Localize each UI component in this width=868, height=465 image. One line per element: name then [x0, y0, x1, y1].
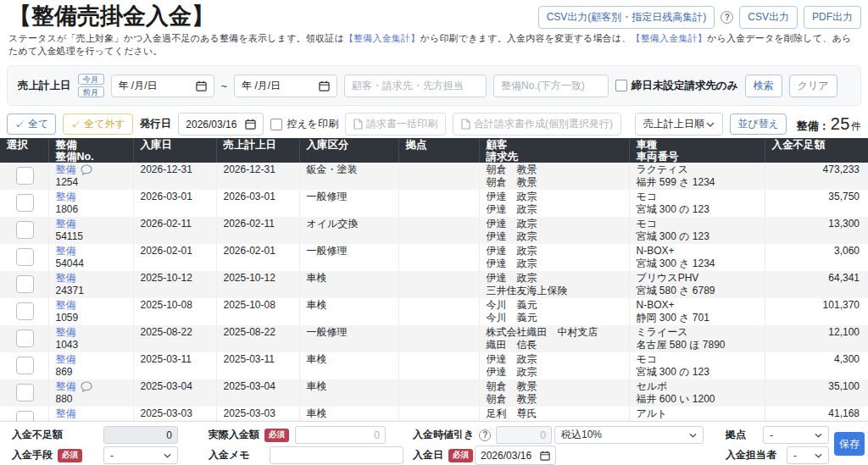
- calendar-icon: [245, 119, 256, 130]
- billing-name: 織田 信長: [487, 339, 622, 352]
- row-checkbox[interactable]: [16, 167, 34, 185]
- seibi-link[interactable]: 整備: [56, 272, 76, 285]
- actual-amount-input[interactable]: [295, 426, 386, 444]
- customer-name: 伊達 政宗: [487, 218, 622, 230]
- calendar-icon: [319, 80, 330, 91]
- billing-name: 朝倉 教景: [487, 176, 622, 189]
- issue-date-input[interactable]: 2026/03/16: [178, 113, 264, 136]
- column-header: 売上計上日: [216, 138, 299, 163]
- base: [398, 217, 479, 244]
- row-checkbox[interactable]: [16, 357, 34, 374]
- in-date: 2026-12-31: [133, 163, 216, 190]
- csv-export-button[interactable]: CSV出力: [739, 6, 798, 29]
- sales-date: 2026-03-01: [216, 190, 299, 217]
- memo-input[interactable]: [270, 446, 403, 464]
- billing-name: 朝倉 教景: [487, 393, 622, 406]
- in-date: 2025-10-08: [133, 298, 216, 325]
- category: 一般修理: [299, 190, 398, 217]
- customer-name: 足利 尊氏: [487, 407, 622, 420]
- row-checkbox[interactable]: [16, 275, 34, 293]
- seibi-link[interactable]: 整備: [56, 380, 76, 393]
- seibi-link[interactable]: 整備: [56, 407, 76, 420]
- table-row: 整備 24371 2025-10-12 2025-10-12 車検 伊達 政宗 …: [0, 271, 868, 298]
- comment-icon: [81, 164, 92, 175]
- deselect-all-button[interactable]: ✓全て外す: [63, 113, 133, 135]
- row-checkbox[interactable]: [16, 329, 34, 347]
- this-month-button[interactable]: 今月: [78, 74, 104, 85]
- base-select[interactable]: -: [763, 426, 829, 444]
- method-label: 入金手段: [12, 448, 53, 462]
- base: [398, 352, 479, 379]
- customer-name: 今川 義元: [487, 299, 622, 312]
- sales-date: 2025-03-04: [216, 379, 299, 407]
- sales-date: 2025-03-11: [216, 352, 299, 379]
- in-date: 2025-03-11: [133, 352, 216, 379]
- pay-date-label: 入金日: [413, 448, 443, 462]
- seibi-no: 54044: [56, 257, 126, 270]
- seibi-no: 24371: [56, 285, 126, 297]
- prev-month-button[interactable]: 前月: [78, 86, 104, 97]
- customer-name: 伊達 政宗: [487, 191, 622, 203]
- row-checkbox[interactable]: [16, 221, 34, 239]
- seibi-link[interactable]: 整備: [56, 191, 76, 203]
- sales-date-to-input[interactable]: 年 /月/日: [234, 75, 337, 97]
- seibi-link[interactable]: 整備: [56, 353, 76, 366]
- in-date: 2026-03-01: [133, 190, 216, 217]
- closing-unset-checkbox[interactable]: [615, 80, 627, 91]
- method-select[interactable]: -: [103, 446, 178, 464]
- row-checkbox[interactable]: [16, 302, 34, 320]
- description-link[interactable]: 【整備入金集計】: [344, 33, 420, 43]
- seibi-no: 1806: [56, 203, 126, 216]
- staff-select[interactable]: -: [787, 446, 829, 464]
- tax-select[interactable]: 税込10%: [554, 426, 704, 444]
- help-icon[interactable]: ?: [479, 429, 491, 441]
- record-count-unit: 件: [851, 119, 861, 134]
- category: 鈑金・塗装: [299, 163, 398, 190]
- save-button[interactable]: 保存: [834, 432, 865, 456]
- table-header: 選択整備整備No.入庫日売上計上日入庫区分拠点顧客請求先車種車両番号入金不足額: [0, 138, 868, 163]
- seibi-link[interactable]: 整備: [56, 218, 76, 230]
- pay-date-input[interactable]: 2026/03/16: [475, 446, 556, 465]
- row-checkbox[interactable]: [16, 384, 34, 401]
- select-all-button[interactable]: ✓全て: [7, 113, 56, 135]
- vehicle-model: モコ: [637, 191, 758, 203]
- shortage-amount: 473,233: [765, 163, 868, 190]
- sales-date-from-input[interactable]: 年 /月/日: [111, 75, 214, 97]
- chevron-down-icon: [815, 453, 822, 458]
- column-header: 入金不足額: [765, 138, 868, 163]
- seibi-no-search-input[interactable]: [493, 75, 609, 97]
- vehicle-model: モコ: [637, 218, 758, 230]
- shortage-label: 入金不足額: [12, 428, 63, 442]
- header-buttons: CSV出力(顧客別・指定日残高集計) ? CSV出力 PDF出力: [538, 6, 861, 29]
- pdf-export-button[interactable]: PDF出力: [804, 6, 861, 29]
- seibi-link[interactable]: 整備: [56, 163, 76, 176]
- seibi-link[interactable]: 整備: [56, 299, 76, 312]
- batch-print-button[interactable]: 請求書一括印刷: [345, 113, 446, 136]
- payment-footer: 入金不足額 実際入金額 必須 入金時値引き ? 税込10% 拠点 - 入金手段 …: [0, 421, 868, 465]
- base: [398, 163, 479, 190]
- seibi-link[interactable]: 整備: [56, 326, 76, 339]
- vehicle-plate: 静岡 300 さ 701: [637, 312, 758, 324]
- sort-button[interactable]: 並び替え: [730, 113, 787, 135]
- pay-date-value: 2026/03/16: [481, 450, 531, 462]
- description-link[interactable]: 【整備入金集計】: [631, 33, 707, 43]
- clear-button[interactable]: クリア: [789, 75, 837, 97]
- search-button[interactable]: 検索: [745, 75, 782, 97]
- comment-icon: [81, 381, 92, 392]
- total-invoice-button[interactable]: 合計請求書作成(個別選択発行): [453, 113, 621, 136]
- sort-order-select[interactable]: 売上計上日順: [635, 113, 723, 136]
- table-row: 整備 54115 2026-02-11 2026-02-11 オイル交換 伊達 …: [0, 217, 868, 244]
- record-count: 整備： 25 件: [797, 114, 861, 134]
- customer-search-input[interactable]: [344, 75, 487, 97]
- select-all-label: 全て: [28, 117, 48, 131]
- csv-summary-export-button[interactable]: CSV出力(顧客別・指定日残高集計): [538, 6, 715, 29]
- row-checkbox[interactable]: [16, 248, 34, 266]
- copy-print-checkbox[interactable]: [270, 119, 282, 130]
- row-checkbox[interactable]: [16, 194, 34, 212]
- filter-panel: 売上計上日 今月 前月 年 /月/日 ~ 年 /月/日 締日未設定請求先のみ 検…: [7, 65, 861, 106]
- help-icon[interactable]: ?: [721, 11, 733, 24]
- seibi-link[interactable]: 整備: [56, 245, 76, 257]
- vehicle-model: N-BOX+: [637, 299, 758, 312]
- in-date: 2026-02-01: [133, 244, 216, 271]
- vehicle-model: モコ: [637, 353, 758, 366]
